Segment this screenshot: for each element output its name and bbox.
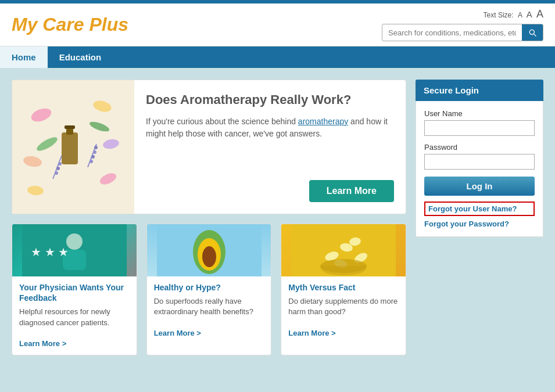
- svg-point-13: [93, 150, 96, 154]
- username-label: User Name: [424, 109, 535, 118]
- text-size-label: Text Size:: [484, 11, 514, 19]
- login-button[interactable]: Log In: [424, 177, 535, 196]
- password-input[interactable]: [424, 154, 535, 170]
- myth-learn-more-link[interactable]: Learn More >: [281, 329, 342, 337]
- login-header: Secure Login: [416, 80, 543, 101]
- myth-card-title: Myth Versus Fact: [288, 282, 399, 293]
- text-size-medium[interactable]: A: [527, 9, 532, 19]
- featured-description: If you're curious about the science behi…: [146, 116, 394, 140]
- logo: My Care Plus: [12, 14, 128, 35]
- healthy-card-desc: Do superfoods really have extraordinary …: [154, 296, 264, 317]
- physician-card-title: Your Physician Wants Your Feedback: [19, 282, 130, 303]
- text-size-control: Text Size: A A A: [484, 8, 543, 20]
- myth-card-body: Myth Versus Fact Do dietary supplements …: [281, 276, 406, 328]
- nav-item-home[interactable]: Home: [0, 46, 48, 68]
- svg-point-14: [94, 146, 98, 149]
- main-content: Does Aromatherapy Really Work? If you're…: [0, 68, 555, 367]
- svg-point-16: [55, 171, 58, 175]
- search-button[interactable]: [522, 24, 543, 41]
- healthy-learn-more-link[interactable]: Learn More >: [147, 329, 208, 337]
- login-body: User Name Password Log In Forgot your Us…: [416, 101, 543, 237]
- forgot-password-link[interactable]: Forgot your Password?: [424, 220, 535, 228]
- featured-learn-more-button[interactable]: Learn More: [309, 180, 394, 202]
- nav-item-education[interactable]: Education: [48, 46, 113, 68]
- forgot-username-link[interactable]: Forgot your User Name?: [424, 202, 535, 216]
- myth-card: Myth Versus Fact Do dietary supplements …: [281, 224, 406, 355]
- svg-text:★ ★ ★: ★ ★ ★: [31, 246, 69, 258]
- svg-rect-1: [62, 132, 78, 164]
- healthy-card-body: Healthy or Hype? Do superfoods really ha…: [147, 276, 271, 328]
- myth-image-svg: [291, 224, 396, 276]
- text-size-small[interactable]: A: [518, 11, 522, 19]
- healthy-card-title: Healthy or Hype?: [154, 282, 264, 293]
- featured-card: Does Aromatherapy Really Work? If you're…: [12, 80, 406, 214]
- physician-learn-more-link[interactable]: Learn More >: [12, 339, 73, 348]
- svg-point-28: [202, 246, 216, 267]
- header: My Care Plus Text Size: A A A: [0, 3, 555, 46]
- physician-card: ★ ★ ★ Your Physician Wants Your Feedback…: [12, 224, 137, 355]
- healthy-image-svg: [157, 224, 262, 276]
- username-input[interactable]: [424, 120, 535, 136]
- password-label: Password: [424, 143, 535, 152]
- svg-rect-3: [65, 125, 75, 129]
- svg-point-17: [56, 167, 60, 170]
- svg-point-22: [66, 233, 83, 250]
- featured-content: Does Aromatherapy Really Work? If you're…: [134, 80, 406, 214]
- myth-card-image: [281, 224, 406, 276]
- content-area: Does Aromatherapy Really Work? If you're…: [12, 80, 406, 355]
- physician-card-image: ★ ★ ★: [12, 224, 137, 276]
- search-input[interactable]: [382, 26, 522, 40]
- myth-card-desc: Do dietary supplements do more harm than…: [288, 296, 399, 317]
- healthy-card-image: [147, 224, 271, 276]
- svg-point-12: [91, 155, 95, 159]
- svg-point-18: [58, 162, 62, 166]
- aromatherapy-image: [12, 80, 134, 214]
- featured-image: [12, 80, 134, 214]
- nav: Home Education: [0, 46, 555, 68]
- physician-image-svg: ★ ★ ★: [22, 224, 127, 276]
- healthy-card: Healthy or Hype? Do superfoods really ha…: [146, 224, 272, 355]
- svg-point-11: [89, 160, 93, 163]
- physician-card-desc: Helpful resources for newly diagnosed ca…: [19, 307, 130, 328]
- physician-card-body: Your Physician Wants Your Feedback Helpf…: [12, 276, 137, 339]
- cards-row: ★ ★ ★ Your Physician Wants Your Feedback…: [12, 224, 406, 355]
- aromatherapy-link[interactable]: aromatherapy: [298, 117, 348, 126]
- search-icon: [528, 28, 537, 37]
- featured-title: Does Aromatherapy Really Work?: [146, 92, 394, 109]
- text-size-large[interactable]: A: [536, 8, 543, 20]
- search-bar: [382, 24, 543, 41]
- login-panel: Secure Login User Name Password Log In F…: [416, 80, 543, 355]
- header-right: Text Size: A A A: [382, 8, 543, 41]
